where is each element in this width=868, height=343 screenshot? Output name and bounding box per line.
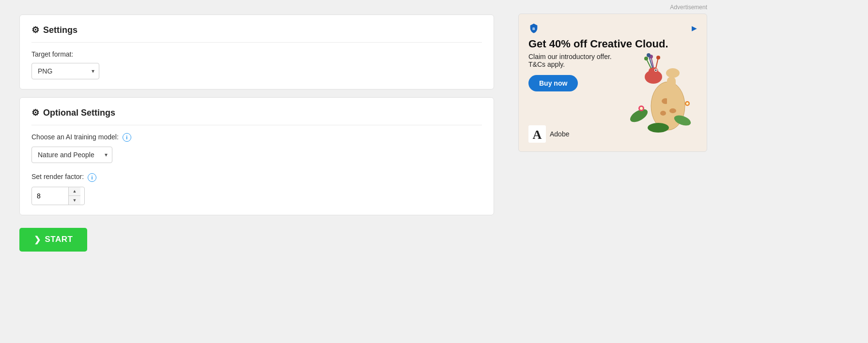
render-factor-input-wrapper: ▲ ▼: [31, 187, 85, 205]
svg-rect-6: [667, 77, 676, 108]
model-label-row: Choose an AI training model: i: [31, 133, 482, 142]
svg-point-3: [669, 108, 676, 113]
model-label: Choose an AI training model:: [31, 133, 119, 141]
render-row: Set render factor: i ▲ ▼ Increasing this…: [31, 173, 482, 205]
svg-point-19: [655, 70, 657, 71]
svg-text:A: A: [533, 128, 542, 142]
render-label-row: Set render factor: i: [31, 173, 482, 181]
svg-point-22: [648, 123, 669, 133]
svg-point-26: [686, 103, 689, 105]
ad-box: B ▶ Get 40% off Creative Cloud. Claim ou…: [518, 14, 707, 152]
settings-card: ⚙ Settings Target format: PNG JPEG WEBP …: [19, 15, 494, 89]
model-row: Choose an AI training model: i Nature an…: [31, 133, 482, 163]
spin-up-button[interactable]: ▲: [69, 187, 80, 196]
svg-point-14: [644, 57, 648, 60]
svg-point-17: [647, 53, 651, 57]
render-factor-input[interactable]: [32, 188, 68, 204]
ad-external-arrow-icon: ▶: [692, 24, 697, 32]
target-format-label: Target format:: [31, 50, 482, 58]
optional-settings-title: Optional Settings: [43, 108, 115, 118]
model-select[interactable]: Nature and People General Portrait: [31, 147, 112, 163]
settings-gear-icon: ⚙: [31, 25, 39, 35]
model-info-icon[interactable]: i: [123, 133, 131, 142]
main-content: ⚙ Settings Target format: PNG JPEG WEBP …: [0, 0, 513, 343]
ad-subtext1: Claim our introductory offer.: [528, 53, 612, 60]
spin-buttons: ▲ ▼: [68, 187, 80, 205]
target-format-section: Target format: PNG JPEG WEBP BMP ▾: [31, 50, 482, 79]
start-button[interactable]: ❯ START: [19, 228, 87, 252]
svg-point-4: [660, 111, 666, 116]
optional-settings-body: Choose an AI training model: i Nature an…: [31, 133, 482, 205]
svg-point-24: [640, 107, 643, 110]
model-select-wrapper: Nature and People General Portrait ▾: [31, 147, 112, 163]
svg-point-7: [666, 68, 680, 78]
ad-top-row: B ▶: [528, 23, 697, 33]
ad-subtext2: T&Cs apply.: [528, 60, 565, 68]
optional-settings-header: ⚙ Optional Settings: [31, 107, 482, 125]
adobe-brand-text: Adobe: [550, 130, 569, 138]
svg-text:B: B: [532, 27, 535, 31]
ad-label: Advertisement: [670, 4, 707, 11]
optional-settings-card: ⚙ Optional Settings Choose an AI trainin…: [19, 97, 494, 215]
svg-point-16: [656, 56, 660, 60]
ad-shield-icon: B: [528, 23, 539, 33]
format-select-wrapper: PNG JPEG WEBP BMP ▾: [31, 63, 99, 79]
settings-title: Settings: [43, 25, 78, 35]
optional-gear-icon: ⚙: [31, 107, 39, 118]
start-arrow-icon: ❯: [34, 235, 41, 245]
ad-illustration: [624, 38, 702, 140]
settings-header: ⚙ Settings: [31, 25, 482, 43]
format-select[interactable]: PNG JPEG WEBP BMP: [31, 63, 99, 79]
render-label: Set render factor:: [31, 173, 84, 180]
render-info-icon[interactable]: i: [88, 173, 96, 182]
adobe-logo-icon: A: [528, 125, 546, 143]
ad-buy-button[interactable]: Buy now: [528, 75, 578, 91]
spin-down-button[interactable]: ▼: [69, 196, 80, 205]
sidebar: Advertisement B ▶ Get 40% off Creative C…: [513, 0, 717, 343]
start-label: START: [45, 235, 73, 244]
